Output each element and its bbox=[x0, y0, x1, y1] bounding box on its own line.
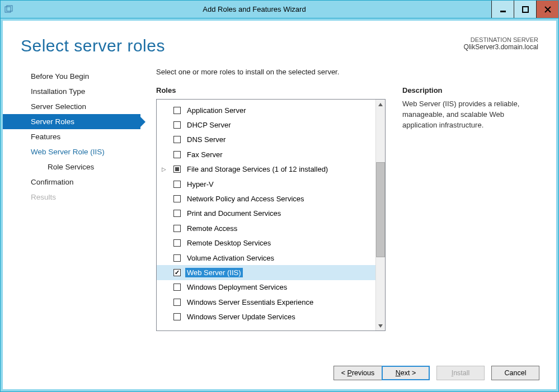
role-label: Remote Desktop Services bbox=[185, 238, 273, 248]
scroll-down-icon[interactable] bbox=[376, 321, 385, 330]
role-checkbox[interactable] bbox=[173, 254, 181, 262]
role-checkbox[interactable] bbox=[173, 136, 181, 143]
role-row[interactable]: Print and Document Services bbox=[157, 206, 375, 221]
role-checkbox[interactable] bbox=[173, 195, 181, 202]
nav-item[interactable]: Role Services bbox=[3, 159, 140, 174]
role-row[interactable]: DHCP Server bbox=[157, 117, 375, 132]
role-checkbox[interactable] bbox=[173, 284, 181, 291]
window-controls bbox=[491, 1, 558, 18]
cancel-button[interactable]: Cancel bbox=[491, 366, 539, 380]
nav-item[interactable]: Server Selection bbox=[3, 99, 140, 114]
description-text: Web Server (IIS) provides a reliable, ma… bbox=[402, 99, 541, 131]
role-label: Windows Server Update Services bbox=[185, 312, 297, 322]
role-row[interactable]: Windows Server Essentials Experience bbox=[157, 295, 375, 309]
previous-button[interactable]: < Previous bbox=[333, 366, 382, 380]
role-row[interactable]: Application Server bbox=[157, 103, 375, 117]
app-icon bbox=[1, 5, 17, 14]
role-row[interactable]: Web Server (IIS) bbox=[157, 265, 375, 280]
roles-header: Roles bbox=[156, 86, 386, 95]
nav-item[interactable]: Features bbox=[3, 129, 140, 144]
role-row[interactable]: DNS Server bbox=[157, 133, 375, 147]
nav-item[interactable]: Server Roles bbox=[3, 114, 140, 129]
role-row[interactable]: Windows Deployment Services bbox=[157, 280, 375, 295]
role-label: DHCP Server bbox=[185, 120, 233, 130]
maximize-button[interactable] bbox=[514, 1, 536, 18]
role-checkbox[interactable] bbox=[173, 121, 181, 129]
role-row[interactable]: Fax Server bbox=[157, 147, 375, 162]
instruction-text: Select one or more roles to install on t… bbox=[156, 68, 541, 76]
role-label: Volume Activation Services bbox=[185, 253, 276, 263]
scroll-up-icon[interactable] bbox=[376, 100, 385, 109]
description-header: Description bbox=[402, 86, 541, 95]
expand-icon[interactable]: ▷ bbox=[160, 166, 168, 172]
scrollbar-thumb[interactable] bbox=[376, 162, 385, 258]
role-label: Fax Server bbox=[185, 150, 224, 159]
wizard-footer: < Previous Next > Install Cancel bbox=[3, 358, 556, 389]
role-row[interactable]: ▷File and Storage Services (1 of 12 inst… bbox=[157, 162, 375, 177]
role-checkbox[interactable] bbox=[173, 269, 181, 276]
role-label: Web Server (IIS) bbox=[185, 268, 243, 277]
page-title: Select server roles bbox=[21, 36, 165, 55]
role-checkbox[interactable] bbox=[173, 181, 181, 188]
role-label: Remote Access bbox=[185, 224, 239, 233]
destination-info: DESTINATION SERVER QlikServer3.domain.lo… bbox=[464, 36, 538, 51]
role-label: Network Policy and Access Services bbox=[185, 194, 306, 204]
next-button[interactable]: Next > bbox=[382, 366, 430, 380]
nav-item[interactable]: Installation Type bbox=[3, 84, 140, 99]
role-row[interactable]: Hyper-V bbox=[157, 177, 375, 191]
role-checkbox[interactable] bbox=[173, 210, 181, 217]
install-button: Install bbox=[436, 366, 485, 380]
role-label: File and Storage Services (1 of 12 insta… bbox=[185, 164, 330, 174]
role-row[interactable]: Volume Activation Services bbox=[157, 251, 375, 265]
role-row[interactable]: Remote Desktop Services bbox=[157, 236, 375, 251]
window-title: Add Roles and Features Wizard bbox=[17, 5, 491, 13]
wizard-nav: Before You BeginInstallation TypeServer … bbox=[3, 61, 140, 358]
roles-scrollbar[interactable] bbox=[375, 100, 385, 330]
role-checkbox[interactable] bbox=[173, 151, 181, 158]
svg-rect-2 bbox=[500, 11, 506, 12]
role-row[interactable]: Remote Access bbox=[157, 221, 375, 235]
nav-item: Results bbox=[3, 190, 140, 205]
destination-label: DESTINATION SERVER bbox=[464, 36, 538, 43]
destination-server: QlikServer3.domain.local bbox=[464, 43, 538, 51]
role-label: Hyper-V bbox=[185, 180, 215, 189]
role-label: Application Server bbox=[185, 106, 248, 115]
nav-item[interactable]: Web Server Role (IIS) bbox=[3, 144, 140, 159]
svg-rect-3 bbox=[523, 7, 528, 12]
role-row[interactable]: Windows Server Update Services bbox=[157, 309, 375, 324]
nav-item[interactable]: Confirmation bbox=[3, 174, 140, 190]
titlebar: Add Roles and Features Wizard bbox=[1, 1, 558, 18]
role-checkbox[interactable] bbox=[173, 299, 181, 306]
role-checkbox[interactable] bbox=[173, 166, 181, 173]
nav-item[interactable]: Before You Begin bbox=[3, 69, 140, 84]
close-button[interactable] bbox=[536, 1, 558, 18]
role-checkbox[interactable] bbox=[173, 239, 181, 247]
role-label: Print and Document Services bbox=[185, 209, 283, 218]
role-checkbox[interactable] bbox=[173, 313, 181, 320]
minimize-button[interactable] bbox=[491, 1, 514, 18]
role-label: DNS Server bbox=[185, 135, 227, 144]
wizard-window: Add Roles and Features Wizard Select ser… bbox=[0, 0, 559, 392]
role-label: Windows Deployment Services bbox=[185, 282, 289, 292]
role-checkbox[interactable] bbox=[173, 225, 181, 232]
role-checkbox[interactable] bbox=[173, 107, 181, 114]
roles-list[interactable]: Application ServerDHCP ServerDNS ServerF… bbox=[156, 99, 386, 331]
role-label: Windows Server Essentials Experience bbox=[185, 297, 315, 307]
role-row[interactable]: Network Policy and Access Services bbox=[157, 191, 375, 206]
